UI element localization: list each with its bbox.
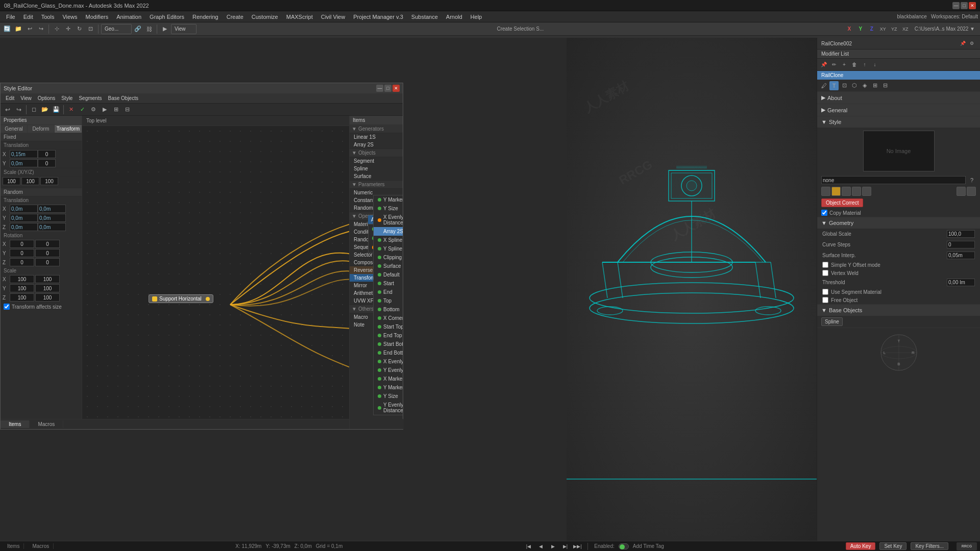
prop-x-input[interactable] [10,150,38,158]
se-tb-open[interactable]: 📂 [40,105,50,115]
toolbar-xyz-y[interactable]: Y [855,24,866,34]
se-tb-undo[interactable]: ↩ [3,105,13,115]
menu-file[interactable]: File [2,13,19,21]
menu-views[interactable]: Views [58,13,81,21]
playback-play[interactable]: ▶ [549,542,557,550]
style-section-header[interactable]: ▼ Style [817,116,980,128]
menu-edit[interactable]: Edit [19,13,37,21]
objects-header[interactable]: ▼Objects [350,148,403,157]
ml-new[interactable]: + [840,60,849,69]
dd-end[interactable]: End [374,288,403,296]
dd-bottom[interactable]: Bottom [374,305,403,314]
se-menu-view[interactable]: View [17,95,35,102]
dd-y-marker[interactable]: Y Marker [374,195,403,204]
se-tb-play[interactable]: ▶ [100,105,110,115]
rand-z2-input[interactable] [38,223,66,231]
menu-substance[interactable]: Substance [407,13,442,21]
toolbar-new[interactable]: 🔄 [2,24,12,34]
sc-y1[interactable] [10,284,34,292]
se-menu-segments[interactable]: Segments [76,95,105,102]
close-button[interactable]: ✕ [969,2,976,9]
tab-items[interactable]: Items [1,420,30,428]
dd-end-bottom[interactable]: End Bottom [374,348,403,357]
rc-pin-btn[interactable]: 📌 [959,39,967,47]
menu-customize[interactable]: Customize [248,13,282,21]
curve-steps-input[interactable] [947,241,975,248]
scale-y-input[interactable] [21,177,39,185]
dd-x-corner[interactable]: X Corner [374,314,403,322]
se-minimize[interactable]: — [376,85,383,92]
enabled-toggle[interactable] [619,543,629,549]
menu-create[interactable]: Create [223,13,248,21]
toolbar-xyz-xz[interactable]: XZ [900,24,911,34]
ml-dn[interactable]: ↓ [870,60,879,69]
nav-sphere[interactable]: T B L R [878,332,919,373]
menu-graph-editors[interactable]: Graph Editors [145,13,188,21]
toolbar-redo[interactable]: ↪ [36,24,46,34]
geo-dropdown[interactable]: Geo... [101,24,132,34]
threshold-input[interactable] [947,279,975,286]
rot-y-val2[interactable] [35,249,60,257]
menu-project-manager[interactable]: Project Manager v.3 [349,13,407,21]
toolbar-render[interactable]: ▶ [160,24,170,34]
dd-x-marker[interactable]: X Marker [374,374,403,383]
rp-icon7[interactable]: ⊟ [880,81,890,90]
ml-pin[interactable]: 📌 [819,60,828,69]
dd-y-size[interactable]: Y Size [374,204,403,213]
view-dropdown[interactable]: View [171,24,197,34]
se-tb-check[interactable]: ✓ [77,105,87,115]
params-header[interactable]: ▼Parameters [350,180,403,189]
geometry-section-header[interactable]: ▼ Geometry [817,217,980,229]
mat-btn7[interactable] [967,187,976,196]
key-filters-btn[interactable]: Key Filters... [911,542,948,550]
toolbar-link[interactable]: 🔗 [133,24,143,34]
rand-z1-input[interactable] [10,223,38,231]
scale-x-input[interactable] [3,177,20,185]
statusbar-add-time-tag[interactable]: Add Time Tag [633,543,664,549]
rand-x2-input[interactable] [38,205,66,213]
scale-z-input[interactable] [40,177,58,185]
sc-z1[interactable] [10,293,34,302]
playback-prev[interactable]: ◀ [536,542,545,550]
menu-modifiers[interactable]: Modifiers [82,13,113,21]
se-menu-style[interactable]: Style [58,95,76,102]
minimize-button[interactable]: — [952,2,960,9]
object-correct-btn[interactable]: Object Correct [821,198,863,207]
surface-interp-input[interactable] [947,252,975,259]
se-tb-redo[interactable]: ↪ [14,105,24,115]
spline-btn[interactable]: Spline [821,317,843,326]
menu-civil-view[interactable]: Civil View [317,13,349,21]
se-tb-settings[interactable]: ⚙ [88,105,99,115]
main-3d-viewport[interactable]: 人人素材 RRCG 人人素材 [567,38,817,541]
statusbar-macros[interactable]: Macros [28,543,54,549]
menu-rendering[interactable]: Rendering [188,13,223,21]
tab-macros[interactable]: Macros [30,420,63,428]
prop-y-input[interactable] [10,159,38,167]
se-menu-base-objects[interactable]: Base Objects [105,95,141,102]
rp-icon4[interactable]: ⬡ [850,81,859,90]
dd-surface[interactable]: Surface [374,262,403,270]
modifier-item-railclone[interactable]: RailClone [817,71,980,80]
sc-x2[interactable] [35,275,60,283]
mat-btn1[interactable] [821,187,830,196]
toolbar-xyz-xy[interactable]: XY [878,24,888,34]
se-titlebar[interactable]: Style Editor — □ ✕ [1,83,403,93]
dd-start-top[interactable]: Start Top [374,322,403,331]
copy-material-cb[interactable] [821,210,827,216]
rp-icon2[interactable]: T [829,81,839,90]
rot-z-val2[interactable] [35,258,60,266]
menu-tools[interactable]: Tools [37,13,59,21]
obj-surface[interactable]: Surface [350,172,403,180]
dd-y-evenly-dist[interactable]: Y Evenly Distance [374,400,403,415]
mat-btn2[interactable] [831,187,841,196]
prop-tab-deform[interactable]: Deform [28,125,55,133]
dd-start-bottom[interactable]: Start Bottom [374,340,403,348]
gen-section[interactable]: ▼Generators Linear 1S Array 2S [350,125,403,148]
obj-segment[interactable]: Segment [350,157,403,165]
mat-btn6[interactable] [957,187,966,196]
style-help-btn[interactable]: ? [968,176,976,184]
set-key-btn[interactable]: Set Key [879,542,906,550]
vertex-weld-cb[interactable] [822,270,828,276]
general-section-header[interactable]: ▶ General [817,104,980,116]
auto-key-btn[interactable]: Auto Key [846,542,876,550]
